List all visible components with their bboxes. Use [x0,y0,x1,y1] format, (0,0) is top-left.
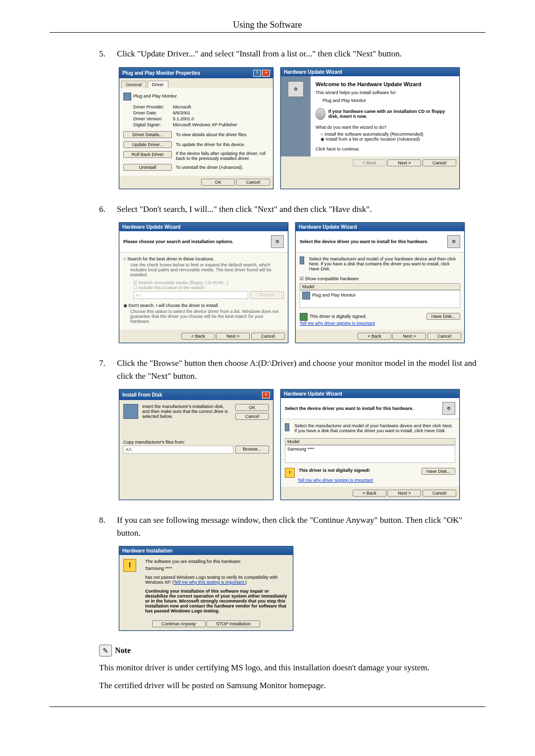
option-list[interactable]: Install from a list or specific location… [321,137,454,142]
driver-details-button[interactable]: Driver Details... [123,131,172,138]
dont-desc: Choose this option to select the device … [130,309,284,324]
help-icon[interactable]: ? [253,70,261,77]
window-title: Hardware Installation [122,548,172,554]
gear-icon: ⚙ [442,402,455,415]
update-driver-button[interactable]: Update Driver... [123,141,172,148]
bottom-rule [50,706,485,707]
warning-icon: ! [285,468,295,478]
next-button[interactable]: Next > [216,333,250,340]
rollback-desc: If the device fails after updating the d… [176,151,269,161]
dialog-body: Plug and Play Monitor Driver Provider:Mi… [119,88,273,176]
hardware-installation-dialog: Hardware Installation ! The software you… [119,546,293,631]
browse-button[interactable]: Browse... [235,446,269,454]
update-desc: To update the driver for this device. [176,142,269,147]
model-list[interactable]: Plug and Play Monitor [300,290,460,308]
dialog-body: ! The software you are installing for th… [119,555,293,617]
button-row: < Back Next > Cancel [296,330,464,343]
option-search[interactable]: Search for the best driver in these loca… [123,256,284,261]
wizard-heading: Select the device driver you want to ins… [300,239,428,244]
step-7-screenshots: Install From Disk × Insert the manufactu… [119,389,485,500]
next-button[interactable]: Next > [387,490,421,497]
check-compatible[interactable]: Show compatible hardware [300,276,460,281]
button-row: < Back Next > Cancel [281,156,459,169]
cancel-button[interactable]: Cancel [235,413,269,420]
rollback-button[interactable]: Roll Back Driver [123,151,172,158]
cancel-button[interactable]: Cancel [423,490,456,497]
page-header: Using the Software [50,20,485,30]
button-row: OK Cancel [119,176,273,189]
cancel-button[interactable]: Cancel [428,333,461,340]
step-6-screenshots: Hardware Update Wizard Please choose you… [119,222,485,343]
window-title: Hardware Update Wizard [284,391,342,397]
have-disk-button[interactable]: Have Disk... [422,468,455,475]
step-8-screenshots: Hardware Installation ! The software you… [119,546,485,631]
stop-installation-button[interactable]: STOP Installation [207,620,260,627]
uninstall-button[interactable]: Uninstall [123,164,172,171]
wizard-search-options: Hardware Update Wizard Please choose you… [119,222,288,343]
properties-dialog: Plug and Play Monitor Properties ?× Gene… [119,67,273,189]
why-signing-link[interactable]: Tell me why driver signing is important [298,478,373,483]
step-number: 5. [99,48,117,60]
wizard-desc: Select the manufacturer and model of you… [309,256,460,271]
close-icon[interactable]: × [262,392,270,399]
have-disk-button[interactable]: Have Disk... [427,313,460,320]
signer-label: Digital Signer: [133,122,173,127]
version-label: Driver Version: [133,116,173,121]
ok-button[interactable]: OK [201,179,235,186]
gear-icon: ⚙ [447,235,460,248]
disk-icon [123,404,138,419]
close-icon[interactable]: × [262,70,270,77]
warn-bold: Continuing your installation of this sof… [145,589,289,613]
monitor-icon [302,292,310,300]
tab-strip: General Driver [119,78,273,88]
why-testing-link[interactable]: Tell me why this testing is important. [174,580,245,585]
step-number: 7. [99,357,117,382]
back-button[interactable]: < Back [358,333,391,340]
signed-text: This driver is digitally signed. [310,314,367,319]
continue-anyway-button[interactable]: Continue Anyway [152,620,206,627]
back-button[interactable]: < Back [353,490,386,497]
gear-icon: ⚙ [271,235,284,248]
option-auto[interactable]: Install the software automatically (Reco… [321,132,454,137]
tab-driver[interactable]: Driver [148,81,168,88]
wizard-title: Welcome to the Hardware Update Wizard [316,81,454,87]
cd-icon [316,108,325,120]
button-row: < Back Next > Cancel [281,487,459,500]
check-include-location: Include this location in the search: [133,285,284,290]
signed-icon [300,313,308,321]
warning-icon: ! [123,559,136,572]
window-title: Hardware Update Wizard [299,224,357,230]
cancel-button[interactable]: Cancel [423,159,456,166]
step-text: Select "Don't search, I will..." then cl… [117,203,485,216]
wizard-side-graphic: ⚙ [281,76,311,156]
model-list[interactable]: Samsung **** [285,445,455,463]
wizard-body: Search for the best driver in these loca… [119,252,288,330]
gear-icon: ⚙ [288,81,304,97]
window-controls: ?× [252,69,270,77]
continue-hint: Click Next to continue. [316,147,454,151]
option-dont-search[interactable]: Don't search. I will choose the driver t… [123,303,284,308]
window-title: Install From Disk [122,392,162,398]
model-item[interactable]: Plug and Play Monitor [312,293,356,298]
model-item[interactable]: Samsung **** [287,447,315,452]
note-paragraph-1: This monitor driver is under certifying … [99,661,485,674]
back-button[interactable]: < Back [181,333,215,340]
next-button[interactable]: Next > [392,333,426,340]
titlebar: Hardware Update Wizard [281,390,459,398]
cancel-button[interactable]: Cancel [251,333,285,340]
wizard-content: Welcome to the Hardware Update Wizard Th… [311,76,459,156]
why-signing-link[interactable]: Tell me why driver signing is important [300,321,375,326]
back-button: < Back [353,159,386,166]
step-number: 6. [99,203,117,216]
path-input[interactable]: A:\ [123,446,233,454]
cancel-button[interactable]: Cancel [236,179,270,186]
titlebar: Hardware Update Wizard [281,68,459,76]
ok-button[interactable]: OK [235,404,269,411]
wizard-heading: Please choose your search and installati… [123,239,233,244]
not-signed-text: This driver is not digitally signed! [299,468,370,473]
wizard-select-model: Hardware Update Wizard Select the device… [280,389,460,500]
warn-line2b: ) [245,580,247,585]
next-button[interactable]: Next > [387,159,421,166]
tab-general[interactable]: General [121,81,146,88]
wizard-heading: Select the device driver you want to ins… [285,406,414,411]
